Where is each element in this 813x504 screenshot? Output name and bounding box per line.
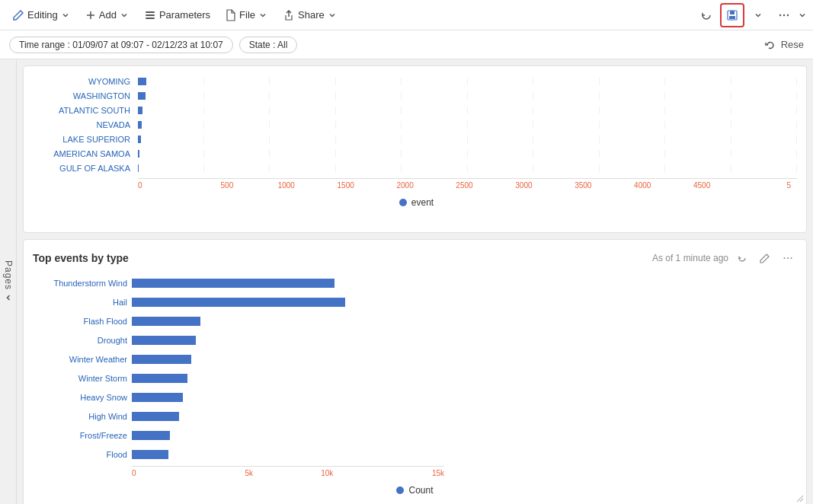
- add-button[interactable]: Add: [79, 6, 135, 24]
- bar-label: NEVADA: [36, 120, 135, 129]
- bottom-bar-fill: [132, 298, 345, 307]
- bar-container: [138, 164, 797, 172]
- top-chart-row: WASHINGTON: [36, 90, 797, 102]
- bar-container: [138, 136, 797, 143]
- bottom-bar-fill: [132, 450, 168, 459]
- bottom-chart-row: Thunderstorm Wind: [33, 276, 797, 290]
- more-options-button[interactable]: [772, 3, 796, 27]
- state-label: State : All: [249, 40, 288, 50]
- bar-container: [138, 78, 797, 85]
- xaxis-label: 5k: [210, 469, 289, 477]
- xaxis-label: 15k: [366, 469, 445, 477]
- bottom-bar-label: Winter Storm: [33, 374, 132, 383]
- svg-point-9: [784, 257, 786, 259]
- chevron-down-icon-add: [120, 11, 129, 20]
- bottom-bar-fill: [132, 355, 191, 364]
- bar-container: [138, 107, 797, 114]
- state-filter[interactable]: State : All: [239, 37, 298, 53]
- pages-tab[interactable]: Pages: [0, 59, 17, 504]
- bottom-bar-label: Flash Flood: [33, 317, 132, 326]
- bar-label: WYOMING: [36, 77, 135, 86]
- chart-more-button[interactable]: [779, 249, 797, 267]
- resize-handle[interactable]: [795, 494, 805, 503]
- refresh-button[interactable]: [694, 3, 719, 27]
- resize-icon: [795, 494, 805, 503]
- editing-button[interactable]: Editing: [6, 6, 76, 24]
- bottom-bar-fill: [132, 412, 179, 421]
- chevron-down-button[interactable]: [746, 3, 770, 27]
- plus-icon: [85, 10, 96, 21]
- svg-point-8: [787, 14, 789, 15]
- bottom-chart-row: Winter Weather: [33, 352, 797, 366]
- bottom-chart-row: Winter Storm: [33, 372, 797, 385]
- reset-label: Rese: [781, 39, 804, 50]
- bottom-chart-panel: Top events by type As of 1 minute ago: [23, 239, 807, 504]
- top-chart-row: LAKE SUPERIOR: [36, 133, 797, 145]
- bottom-bar-label: Hail: [33, 298, 132, 307]
- bar-label: GULF OF ALASKA: [36, 164, 135, 173]
- bottom-bar-label: Flood: [33, 450, 132, 459]
- main-content: Pages WYOMINGWASHINGTONATLANTIC SOUTHNEV…: [0, 59, 813, 504]
- file-icon: [226, 9, 236, 21]
- svg-point-6: [779, 14, 781, 15]
- toolbar: Editing Add Parameters File: [0, 0, 813, 30]
- parameters-label: Parameters: [159, 9, 210, 21]
- refresh-icon: [700, 9, 712, 21]
- pages-tab-content: Pages: [3, 260, 14, 302]
- bar-fill: [138, 164, 139, 172]
- file-button[interactable]: File: [219, 6, 274, 24]
- parameters-button[interactable]: Parameters: [138, 6, 216, 24]
- bar-fill: [138, 121, 142, 129]
- top-chart-row: WYOMING: [36, 75, 797, 88]
- bottom-chart-bars: Thunderstorm WindHailFlash FloodDroughtW…: [33, 276, 797, 463]
- bottom-bar-label: Thunderstorm Wind: [33, 279, 132, 288]
- bottom-bar-label: High Wind: [33, 412, 132, 421]
- share-label: Share: [298, 9, 325, 21]
- bottom-chart-row: Heavy Snow: [33, 391, 797, 404]
- parameters-icon: [144, 9, 156, 21]
- bottom-chart-row: Frost/Freeze: [33, 429, 797, 442]
- save-button[interactable]: [720, 3, 744, 27]
- xaxis-label: 0: [132, 469, 210, 477]
- top-chart-row: GULF OF ALASKA: [36, 162, 797, 174]
- bar-label: LAKE SUPERIOR: [36, 135, 135, 144]
- bottom-chart-header: Top events by type As of 1 minute ago: [33, 249, 797, 267]
- bar-label: ATLANTIC SOUTH: [36, 106, 135, 115]
- share-button[interactable]: Share: [277, 6, 343, 24]
- toolbar-right-actions: [694, 3, 807, 27]
- bottom-bar-label: Drought: [33, 336, 132, 345]
- pages-label: Pages: [3, 260, 14, 290]
- bottom-chart-row: Flash Flood: [33, 314, 797, 328]
- time-range-filter[interactable]: Time range : 01/09/07 at 09:07 - 02/12/2…: [9, 37, 233, 53]
- svg-point-7: [783, 14, 785, 15]
- bar-fill: [138, 150, 139, 158]
- chart-refresh-button[interactable]: [733, 249, 751, 267]
- legend-dot-event: [399, 199, 407, 206]
- bottom-chart-row: High Wind: [33, 410, 797, 423]
- chevron-down-icon-more: [798, 11, 807, 20]
- chart-edit-button[interactable]: [756, 249, 774, 267]
- svg-rect-4: [730, 11, 735, 14]
- svg-rect-5: [729, 16, 735, 19]
- top-chart-row: NEVADA: [36, 119, 797, 131]
- legend-dot-count: [396, 486, 404, 494]
- filter-bar: Time range : 01/09/07 at 09:07 - 02/12/2…: [0, 30, 813, 59]
- xaxis-label: 10k: [288, 469, 366, 477]
- add-label: Add: [99, 9, 117, 21]
- svg-point-11: [791, 257, 792, 259]
- bottom-bar-fill: [132, 431, 170, 440]
- chevron-right-icon: [4, 294, 13, 303]
- top-chart-legend: event: [36, 197, 797, 208]
- time-range-label: Time range : 01/09/07 at 09:07 - 02/12/2…: [19, 40, 223, 50]
- legend-label-event: event: [411, 197, 434, 208]
- bar-container: [138, 150, 797, 158]
- save-icon: [726, 9, 738, 21]
- ellipsis-icon: [783, 253, 793, 263]
- bar-label: AMERICAN SAMOA: [36, 149, 135, 158]
- bar-container: [138, 121, 797, 129]
- svg-point-10: [787, 257, 789, 259]
- svg-rect-0: [146, 11, 155, 13]
- subtitle-text: As of 1 minute ago: [652, 253, 728, 263]
- reset-button[interactable]: Rese: [764, 39, 804, 51]
- editing-label: Editing: [27, 9, 58, 21]
